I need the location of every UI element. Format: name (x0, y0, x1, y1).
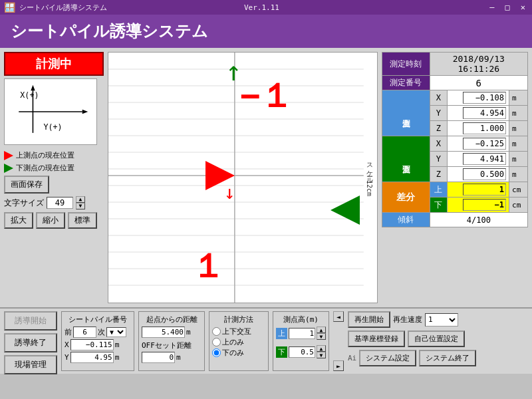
coord-y-row: Y m (65, 352, 131, 363)
axis-diagram: X(+) Y(+) (4, 78, 97, 145)
zoom-in-button[interactable]: 拡大 (4, 212, 33, 229)
legend-upper-label: 上測点の現在位置 (16, 150, 74, 160)
coord-reg-row: 基準座標登録 自己位置設定 (348, 331, 528, 347)
method-radio-3[interactable] (212, 348, 221, 357)
upper-y-value (448, 106, 509, 121)
site-manage-button[interactable]: 現場管理 (4, 355, 57, 374)
upper-y-input[interactable] (463, 107, 506, 119)
maximize-button[interactable]: □ (503, 3, 513, 12)
upper-x-input[interactable] (463, 92, 506, 104)
replay-speed-select[interactable]: 1 2 4 (425, 313, 458, 327)
diff-upper-label: 上 (430, 182, 447, 198)
version-label: Ver.1.11 (244, 3, 279, 12)
lower-y-input[interactable] (463, 153, 506, 165)
x-coord-input[interactable] (70, 339, 114, 350)
distance-input[interactable] (142, 327, 185, 338)
sheet-pile-select[interactable]: ▼ (106, 327, 126, 337)
zoom-out-button[interactable]: 縮小 (36, 212, 65, 229)
sheet-pile-row: 前 次 ▼ (65, 327, 131, 338)
font-size-row: 文字サイズ ▲ ▼ (4, 196, 104, 209)
lower-height-input[interactable] (289, 346, 315, 358)
measure-height-section: 測点高(m) 上 ▲ ▼ 下 ▲ ▼ (273, 311, 329, 371)
app-icon: 🪟 (4, 2, 15, 13)
self-pos-setting-button[interactable]: 自己位置設定 (408, 331, 465, 347)
method-radio-1[interactable] (212, 327, 221, 336)
upper-spin-up[interactable]: ▲ (317, 327, 326, 333)
replay-row: 再生開始 再生速度 1 2 4 (348, 311, 528, 328)
base-coord-reg-button[interactable]: 基準座標登録 (348, 331, 405, 347)
scroll-right-button[interactable]: ► (333, 360, 344, 371)
upper-z-axis: Z (430, 121, 447, 136)
offset-input[interactable] (142, 352, 175, 363)
upper-y-axis: Y (430, 106, 447, 121)
system-end-button[interactable]: システム終了 (419, 350, 476, 366)
prev-label: 前 (65, 327, 72, 337)
method-label-2: 上のみ (222, 337, 244, 347)
font-size-input[interactable] (47, 197, 73, 209)
upper-spin: ▲ ▼ (317, 327, 326, 340)
upper-z-input[interactable] (463, 122, 506, 134)
zoom-row: 拡大 縮小 標準 (4, 212, 104, 229)
offset-row: m (142, 352, 201, 363)
lower-spin: ▲ ▼ (317, 345, 326, 358)
guide-end-button[interactable]: 誘導終了 (4, 333, 57, 352)
lower-x-input[interactable] (463, 138, 506, 150)
lower-height-row: 下 ▲ ▼ (276, 345, 326, 358)
guide-start-button[interactable]: 誘導開始 (4, 311, 57, 331)
triangle-red-icon (4, 151, 13, 160)
upper-spin-down[interactable]: ▼ (317, 333, 326, 340)
svg-marker-1 (82, 110, 88, 114)
diff-upper-value (448, 182, 509, 198)
close-button[interactable]: ✕ (518, 3, 528, 12)
method-label-3: 下のみ (222, 348, 244, 358)
spin-buttons: ▲ ▼ (76, 196, 85, 209)
minimize-button[interactable]: — (487, 3, 497, 12)
diff-lower-unit: cm (509, 198, 528, 213)
method-radio-2[interactable] (212, 338, 221, 346)
lower-y-axis: Y (430, 152, 447, 167)
replay-start-button[interactable]: 再生開始 (348, 311, 390, 328)
standard-button[interactable]: 標準 (68, 212, 97, 229)
upper-height-input[interactable] (289, 328, 315, 339)
lower-z-value (448, 167, 509, 182)
system-settings-button[interactable]: システム設定 (359, 350, 416, 366)
sheet-pile-input[interactable] (73, 327, 96, 338)
legend-upper: 上測点の現在位置 (4, 150, 104, 160)
method-option-3: 下のみ (212, 348, 265, 358)
slope-value: 4/100 (430, 213, 527, 227)
y-coord-input[interactable] (70, 352, 114, 363)
svg-text:X(+): X(+) (20, 90, 39, 100)
lower-y-value (448, 152, 509, 167)
save-button[interactable]: 画面保存 (4, 176, 49, 194)
system-row: Ai システム設定 システム終了 (348, 350, 528, 366)
method-title: 計測方法 (212, 315, 265, 325)
title-bar-app-name: シートパイル誘導システム (19, 3, 107, 13)
distance-unit: m (186, 328, 191, 336)
measure-height-title: 測点高(m) (276, 315, 326, 325)
bottom-panel: 誘導開始 誘導終了 現場管理 シートパイル番号 前 次 ▼ X m Y m 起点… (0, 307, 532, 374)
y-coord-label: Y (65, 353, 69, 362)
app-title-bar: シートパイル誘導システム (0, 15, 532, 48)
diff-lower-label: 下 (430, 198, 447, 213)
y-coord-unit: m (115, 353, 120, 362)
scroll-left-button[interactable]: ◄ (333, 311, 344, 322)
bottom-number: １ (192, 249, 225, 283)
spin-down-button[interactable]: ▼ (76, 203, 85, 209)
scroll-area: ◄ ► (333, 311, 344, 371)
diff-upper-input[interactable] (463, 184, 506, 196)
lower-spin-down[interactable]: ▼ (317, 352, 326, 358)
scale-label: スケール12cm (364, 158, 374, 196)
method-section: 計測方法 上下交互 上のみ 下のみ (209, 311, 269, 371)
slope-label: 傾斜 (382, 213, 430, 227)
diff-lower-input[interactable] (463, 199, 506, 211)
spin-up-button[interactable]: ▲ (76, 196, 85, 203)
lower-z-input[interactable] (463, 168, 506, 180)
lower-spin-up[interactable]: ▲ (317, 345, 326, 352)
font-size-label: 文字サイズ (4, 198, 44, 209)
coord-x-row: X m (65, 339, 131, 350)
lower-z-axis: Z (430, 167, 447, 182)
upper-y-unit: m (509, 106, 528, 121)
next-label: 次 (98, 327, 105, 337)
lower-height-label: 下 (276, 346, 287, 358)
left-panel: 計測中 X(+) Y(+) 上測点の現在位置 下測点の現在位置 (4, 52, 104, 303)
